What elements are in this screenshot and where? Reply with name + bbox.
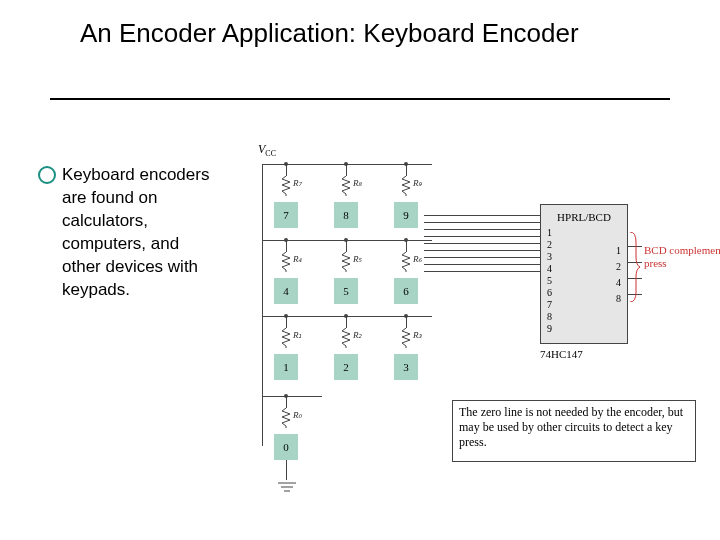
body-text: Keyboard encoders are found on calculato… [62,164,222,302]
resistor-r1 [280,328,292,348]
chip-input-2: 2 [547,239,552,250]
ground-icon [278,480,296,498]
chip-title: HPRL/BCD [541,211,627,223]
label-r9: R₉ [413,178,423,188]
key-3: 3 [394,354,418,380]
vcc-label: VCC [258,142,276,158]
resistor-r5 [340,252,352,272]
label-r7: R₇ [293,178,303,188]
chip-input-4: 4 [547,263,552,274]
wire [286,164,287,176]
key-5: 5 [334,278,358,304]
resistor-r6 [400,252,412,272]
chip-part-number: 74HC147 [540,348,583,360]
circuit-diagram: VCC R₇ R₈ R₉ 7 8 9 R₄ R₅ [230,140,700,520]
wire [286,316,287,328]
resistor-r9 [400,176,412,196]
chip-input-8: 8 [547,311,552,322]
wire [286,240,287,252]
key-3-label: 3 [403,361,409,373]
key-7: 7 [274,202,298,228]
chip-input-5: 5 [547,275,552,286]
label-r1: R₁ [293,330,303,340]
key-5-label: 5 [343,285,349,297]
bcd-output-label: BCD complement of key press [644,244,720,270]
wire [424,271,540,272]
chip-output-2: 2 [616,261,621,272]
encoder-chip: HPRL/BCD 1 2 3 4 5 6 7 8 9 1 2 4 8 [540,204,628,344]
wire [424,243,540,244]
label-r5: R₅ [353,254,363,264]
label-r0: R₀ [293,410,303,420]
key-4-label: 4 [283,285,289,297]
wire [286,396,287,408]
chip-input-3: 3 [547,251,552,262]
resistor-r0 [280,408,292,428]
wire [424,236,540,237]
brace-icon [630,232,640,286]
label-r3: R₃ [413,330,423,340]
wire [424,264,540,265]
key-6-label: 6 [403,285,409,297]
key-9: 9 [394,202,418,228]
key-9-label: 9 [403,209,409,221]
wire [424,222,540,223]
wire [406,316,407,328]
wire [406,240,407,252]
key-6: 6 [394,278,418,304]
resistor-r2 [340,328,352,348]
key-0-label: 0 [283,441,289,453]
note-box: The zero line is not needed by the encod… [452,400,696,462]
rail-bot [262,396,322,397]
slide-title: An Encoder Application: Keyboard Encoder [80,18,660,49]
label-r8: R₈ [353,178,363,188]
chip-input-7: 7 [547,299,552,310]
key-2: 2 [334,354,358,380]
wire [424,257,540,258]
key-7-label: 7 [283,209,289,221]
slide: An Encoder Application: Keyboard Encoder… [0,0,720,540]
chip-input-9: 9 [547,323,552,334]
chip-output-8: 8 [616,293,621,304]
chip-output-1: 1 [616,245,621,256]
wire [424,215,540,216]
key-0: 0 [274,434,298,460]
wire [406,164,407,176]
key-2-label: 2 [343,361,349,373]
rail-left [262,164,263,446]
chip-input-1: 1 [547,227,552,238]
title-underline [50,98,670,100]
label-r2: R₂ [353,330,363,340]
wire [346,316,347,328]
label-r4: R₄ [293,254,303,264]
wire [346,240,347,252]
bullet-icon [38,166,56,184]
resistor-r7 [280,176,292,196]
key-1: 1 [274,354,298,380]
key-1-label: 1 [283,361,289,373]
wire [346,164,347,176]
resistor-r4 [280,252,292,272]
resistor-r8 [340,176,352,196]
key-8: 8 [334,202,358,228]
chip-input-6: 6 [547,287,552,298]
key-4: 4 [274,278,298,304]
wire [424,229,540,230]
vcc-sub: CC [265,149,276,158]
label-r6: R₆ [413,254,423,264]
resistor-r3 [400,328,412,348]
wire-gnd [286,460,287,480]
chip-output-4: 4 [616,277,621,288]
key-8-label: 8 [343,209,349,221]
wire [424,250,540,251]
